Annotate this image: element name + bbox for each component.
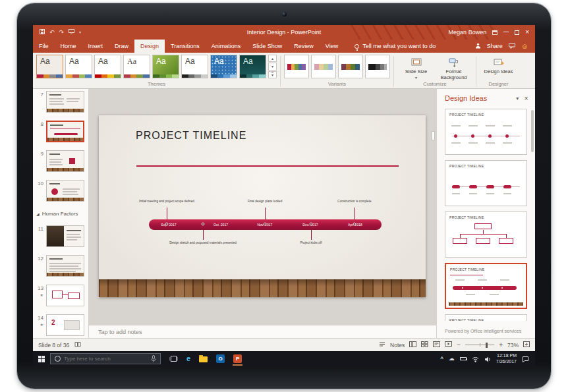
tab-file[interactable]: File bbox=[33, 40, 55, 53]
comments-icon[interactable] bbox=[509, 43, 515, 50]
notes-toggle-icon[interactable] bbox=[379, 341, 385, 349]
tab-animations[interactable]: Animations bbox=[206, 40, 247, 53]
theme-teal[interactable]: Aa bbox=[239, 55, 266, 78]
restore-icon[interactable] bbox=[515, 30, 519, 35]
close-panel-icon[interactable]: ✕ bbox=[524, 96, 528, 101]
canvas-scrollbar-thumb[interactable] bbox=[432, 131, 435, 140]
slide-thumbnail-10[interactable]: 10 bbox=[33, 180, 88, 202]
slide-thumbnail-9[interactable]: 9 bbox=[33, 150, 88, 172]
milestone-label-above-1[interactable]: Initial meeting and project scope define… bbox=[128, 200, 206, 203]
variant-4[interactable] bbox=[365, 55, 390, 78]
redo-icon[interactable]: ↷ bbox=[59, 30, 65, 36]
volume-icon[interactable] bbox=[484, 353, 491, 365]
design-idea-card-3[interactable]: PROJECT TIMELINE bbox=[445, 211, 527, 258]
design-idea-card-4-selected[interactable]: PROJECT TIMELINE bbox=[445, 263, 527, 309]
slide-thumbnail-8-selected[interactable]: 8 bbox=[33, 121, 88, 142]
zoom-slider-thumb[interactable] bbox=[486, 343, 488, 348]
fit-to-window-icon[interactable] bbox=[523, 341, 530, 349]
theme-6[interactable]: Aa bbox=[181, 55, 208, 78]
customize-qat-icon[interactable]: ▾ bbox=[79, 30, 81, 34]
onedrive-cloud-icon[interactable]: ☁ bbox=[449, 356, 455, 362]
start-button[interactable] bbox=[33, 356, 50, 362]
tab-insert[interactable]: Insert bbox=[82, 40, 109, 53]
variant-3[interactable] bbox=[338, 55, 363, 78]
variants-group: Variants bbox=[284, 55, 390, 88]
zoom-out-icon[interactable]: − bbox=[457, 341, 461, 349]
signed-in-user[interactable]: Megan Bowen bbox=[449, 29, 487, 36]
zoom-slider[interactable] bbox=[465, 345, 494, 345]
powerpoint-taskbar-icon[interactable]: P bbox=[233, 354, 242, 363]
tab-home[interactable]: Home bbox=[55, 40, 82, 53]
slide-canvas[interactable]: PROJECT TIMELINE Initial meeting and pro… bbox=[99, 115, 426, 297]
theme-current[interactable]: Aa bbox=[36, 55, 63, 78]
save-icon[interactable] bbox=[40, 29, 45, 36]
design-idea-card-2[interactable]: PROJECT TIMELINE bbox=[445, 160, 527, 206]
zoom-in-icon[interactable]: + bbox=[499, 341, 503, 349]
design-idea-card-5[interactable]: PROJECT TIMELINE bbox=[445, 314, 527, 321]
variant-2[interactable] bbox=[311, 55, 336, 78]
undo-icon[interactable]: ↶ bbox=[49, 30, 55, 36]
panel-scrollbar-thumb[interactable] bbox=[531, 110, 534, 152]
theme-4[interactable]: Aa bbox=[123, 55, 150, 78]
reading-view-icon[interactable] bbox=[433, 341, 440, 349]
theme-colors bbox=[124, 74, 150, 78]
taskbar-clock[interactable]: 12:18 PM 7/26/2017 bbox=[496, 353, 517, 364]
slide-thumbnail-13[interactable]: 13 ★ bbox=[33, 285, 88, 306]
milestone-label-above-2[interactable]: Final design plans locked bbox=[227, 200, 304, 203]
minimize-icon[interactable] bbox=[503, 32, 509, 32]
close-icon[interactable]: × bbox=[525, 29, 529, 36]
design-ideas-button[interactable]: Design Ideas bbox=[480, 55, 517, 74]
edge-icon[interactable]: e bbox=[186, 355, 190, 362]
tab-slide-show[interactable]: Slide Show bbox=[246, 40, 288, 53]
task-view-icon[interactable] bbox=[169, 353, 178, 365]
theme-green[interactable]: Aa bbox=[152, 55, 179, 78]
slide-thumbnail-14[interactable]: 14 ★ 2 bbox=[33, 314, 88, 336]
search-input[interactable] bbox=[64, 356, 148, 362]
taskbar-search[interactable] bbox=[50, 353, 161, 364]
slide-thumbnail-12[interactable]: 12 bbox=[33, 255, 88, 277]
tab-draw[interactable]: Draw bbox=[109, 40, 134, 53]
feedback-smiley-icon[interactable]: ☺ bbox=[521, 43, 528, 50]
notes-pane[interactable]: Tap to add notes bbox=[89, 325, 436, 338]
animation-indicator-icon: ★ bbox=[40, 293, 43, 297]
ribbon-display-options-icon[interactable] bbox=[492, 30, 497, 35]
slide-thumbnail-7[interactable]: 7 bbox=[33, 91, 88, 113]
show-hidden-icons-icon[interactable]: ^ bbox=[440, 356, 443, 362]
tab-view[interactable]: View bbox=[320, 40, 344, 53]
notes-toggle-button[interactable]: Notes bbox=[390, 342, 405, 349]
outlook-icon[interactable]: O bbox=[216, 354, 225, 363]
wifi-icon[interactable] bbox=[472, 353, 479, 365]
slide-show-view-icon[interactable] bbox=[445, 341, 452, 349]
theme-blue[interactable]: Aa bbox=[210, 55, 237, 78]
milestone-label-below-2[interactable]: Project kicks off bbox=[273, 241, 350, 244]
variant-1[interactable] bbox=[284, 55, 309, 78]
battery-icon[interactable] bbox=[460, 357, 467, 360]
slide-title[interactable]: PROJECT TIMELINE bbox=[136, 130, 246, 142]
tab-review[interactable]: Review bbox=[288, 40, 320, 53]
tab-design[interactable]: Design bbox=[134, 40, 165, 53]
start-slideshow-icon[interactable] bbox=[69, 29, 74, 36]
milestone-label-below-1[interactable]: Design sketch and proposed materials pre… bbox=[165, 241, 242, 244]
zoom-level[interactable]: 73% bbox=[507, 342, 519, 349]
gallery-up-icon[interactable]: ▴ bbox=[268, 55, 277, 62]
gallery-more-icon[interactable]: ▾ bbox=[268, 71, 277, 78]
tell-me-box[interactable]: Tell me what you want to do bbox=[355, 40, 436, 53]
share-button[interactable]: Share bbox=[487, 43, 503, 49]
spell-check-icon[interactable] bbox=[74, 341, 81, 349]
slide-thumbnail-11[interactable]: 11 bbox=[33, 225, 88, 247]
slide-sorter-view-icon[interactable] bbox=[421, 341, 428, 349]
tab-transitions[interactable]: Transitions bbox=[165, 40, 206, 53]
format-background-button[interactable]: Format Background bbox=[435, 55, 472, 80]
section-header-human-factors[interactable]: ◢ Human Factors bbox=[33, 210, 88, 217]
theme-office[interactable]: Aa bbox=[65, 55, 92, 78]
action-center-icon[interactable] bbox=[522, 353, 529, 365]
chevron-down-icon[interactable]: ▾ bbox=[516, 96, 519, 101]
file-explorer-icon[interactable] bbox=[199, 356, 208, 362]
microphone-icon[interactable] bbox=[151, 353, 156, 365]
slide-size-button[interactable]: Slide Size ▾ bbox=[397, 55, 435, 80]
normal-view-icon[interactable] bbox=[409, 341, 416, 349]
theme-3[interactable]: Aa bbox=[94, 55, 121, 78]
gallery-down-icon[interactable]: ▾ bbox=[268, 63, 277, 70]
design-idea-card-1[interactable]: PROJECT TIMELINE bbox=[445, 109, 527, 155]
milestone-label-above-3[interactable]: Construction is complete bbox=[316, 200, 393, 203]
